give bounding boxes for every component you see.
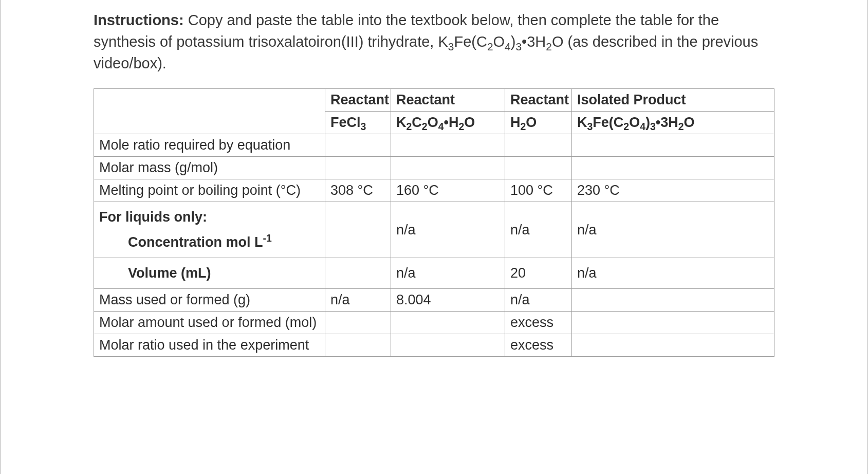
cell	[572, 134, 774, 157]
table-row: Molar amount used or formed (mol) excess	[94, 312, 774, 334]
cell: n/a	[572, 202, 774, 258]
instructions-label: Instructions:	[94, 12, 184, 28]
table-row: Volume (mL) n/a 20 n/a	[94, 258, 774, 289]
cell: n/a	[572, 258, 774, 289]
cell	[325, 258, 391, 289]
cell: n/a	[325, 289, 391, 312]
cell: 100 °C	[505, 179, 572, 202]
header-formula-h2o: H2O	[505, 112, 572, 134]
cell	[325, 312, 391, 334]
cell: 20	[505, 258, 572, 289]
page-frame: Instructions: Copy and paste the table i…	[0, 0, 868, 474]
instructions-paragraph: Instructions: Copy and paste the table i…	[94, 9, 774, 74]
header-reactant-3: Reactant	[505, 89, 572, 112]
row-label-molar-ratio-used: Molar ratio used in the experiment	[94, 334, 325, 357]
cell: n/a	[505, 202, 572, 258]
header-formula-k2c2o4h2o: K2C2O4•H2O	[391, 112, 505, 134]
cell	[325, 134, 391, 157]
header-blank	[94, 89, 325, 134]
cell: 230 °C	[572, 179, 774, 202]
cell	[572, 289, 774, 312]
cell	[391, 334, 505, 357]
cell: n/a	[391, 258, 505, 289]
header-reactant-2: Reactant	[391, 89, 505, 112]
table-row: Molar ratio used in the experiment exces…	[94, 334, 774, 357]
cell: 8.004	[391, 289, 505, 312]
cell: n/a	[391, 202, 505, 258]
header-formula-fecl3: FeCl3	[325, 112, 391, 134]
cell	[325, 202, 391, 258]
header-reactant-1: Reactant	[325, 89, 391, 112]
row-label-mole-ratio: Mole ratio required by equation	[94, 134, 325, 157]
table-row: For liquids only: Concentration mol L-1 …	[94, 202, 774, 258]
row-label-molar-mass: Molar mass (g/mol)	[94, 157, 325, 179]
cell	[505, 157, 572, 179]
row-label-molar-amount: Molar amount used or formed (mol)	[94, 312, 325, 334]
header-formula-product: K3Fe(C2O4)3•3H2O	[572, 112, 774, 134]
cell	[325, 157, 391, 179]
cell	[572, 157, 774, 179]
cell	[505, 134, 572, 157]
row-label-mass: Mass used or formed (g)	[94, 289, 325, 312]
cell	[572, 334, 774, 357]
cell: 160 °C	[391, 179, 505, 202]
cell	[572, 312, 774, 334]
row-label-volume: Volume (mL)	[94, 258, 325, 289]
cell: n/a	[505, 289, 572, 312]
cell: 308 °C	[325, 179, 391, 202]
row-label-concentration: For liquids only: Concentration mol L-1	[94, 202, 325, 258]
cell	[391, 134, 505, 157]
table-row: Melting point or boiling point (°C) 308 …	[94, 179, 774, 202]
row-label-melting-point: Melting point or boiling point (°C)	[94, 179, 325, 202]
table-row: Molar mass (g/mol)	[94, 157, 774, 179]
table-header-row-1: Reactant Reactant Reactant Isolated Prod…	[94, 89, 774, 112]
content-area: Instructions: Copy and paste the table i…	[78, 9, 790, 357]
cell: excess	[505, 312, 572, 334]
target-compound-formula: K3Fe(C2O4)3•3H2O	[438, 33, 563, 50]
reaction-table: Reactant Reactant Reactant Isolated Prod…	[94, 88, 774, 357]
table-row: Mole ratio required by equation	[94, 134, 774, 157]
cell: excess	[505, 334, 572, 357]
table-row: Mass used or formed (g) n/a 8.004 n/a	[94, 289, 774, 312]
header-isolated-product: Isolated Product	[572, 89, 774, 112]
cell	[391, 157, 505, 179]
cell	[391, 312, 505, 334]
cell	[325, 334, 391, 357]
